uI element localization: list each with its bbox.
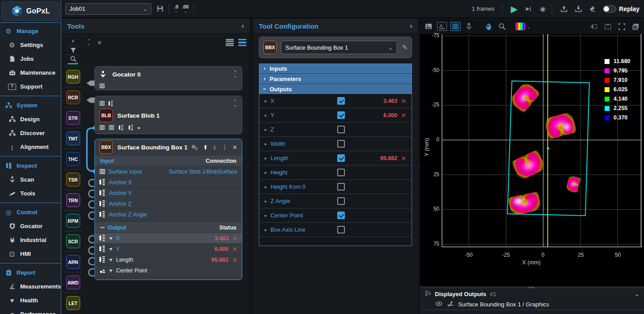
output-checkbox[interactable] (337, 212, 345, 219)
remove-output-icon[interactable]: ✕ (401, 98, 406, 105)
output-checkbox[interactable] (337, 226, 345, 233)
sidebar-item-tools[interactable]: Tools (0, 187, 61, 200)
move-down-icon[interactable]: ⬆ (212, 144, 217, 151)
sidebar-item-jobs[interactable]: Jobs (0, 52, 61, 66)
displayed-output-row[interactable]: Surface Bounding Box 1 / Graphics (420, 299, 644, 310)
expand-strip-button[interactable]: › (65, 36, 81, 45)
output-toggle-row-height-from-0[interactable]: ▸Height from 0 (259, 180, 412, 194)
record-button[interactable]: ◉ (537, 3, 549, 15)
remove-output-icon[interactable]: ✕ (401, 155, 406, 162)
sidebar-item-system[interactable]: System (0, 98, 61, 112)
input-connection-value[interactable]: Surface Blob 1/BlobSurface (168, 169, 237, 175)
tool-card-surface-blob[interactable]: ⌃⌄ BLB Surface Blob 1 ▸ (94, 96, 242, 134)
input-row-surface-input[interactable]: Surface Input Surface Blob 1/BlobSurface (95, 166, 242, 177)
accordion-parameters[interactable]: ›Parameters (259, 74, 412, 84)
output-toggle-row-center-point[interactable]: ▸Center Point (259, 208, 412, 223)
sidebar-item-gocator[interactable]: Gocator (0, 219, 61, 233)
fit-to-data-icon[interactable] (589, 22, 599, 31)
sidebar-item-support[interactable]: ?Support (0, 80, 61, 93)
increase-decimals-button[interactable]: .00→ (182, 4, 189, 13)
accordion-outputs[interactable]: ›Outputs (259, 84, 412, 94)
upload-button[interactable] (558, 3, 570, 15)
tool-badge-scr[interactable]: SCR (66, 234, 80, 248)
output-row-length[interactable]: ➤ Length 95.682✕ (95, 254, 242, 265)
input-row-anchor-y[interactable]: Anchor Y (95, 187, 242, 198)
visibility-eye-icon[interactable] (435, 300, 442, 309)
sidebar-item-discover[interactable]: Discover (0, 126, 61, 140)
output-checkbox[interactable] (337, 197, 345, 205)
output-checkbox[interactable] (337, 140, 345, 148)
tool-badge-trn[interactable]: TRN (66, 193, 80, 207)
sidebar-item-scan[interactable]: Scan (0, 173, 61, 187)
output-row-y[interactable]: ➤ Y 6.000✕ (95, 243, 242, 254)
list-view-detailed-button[interactable] (238, 39, 246, 46)
colormap-selector[interactable]: ⌄ (515, 22, 531, 31)
remove-output-icon[interactable]: ✕ (401, 112, 406, 119)
sidebar-item-control[interactable]: ◎Control (0, 205, 61, 219)
step-forward-button[interactable]: ▶| (523, 3, 534, 15)
sidebar-item-industrial[interactable]: Industrial (0, 233, 61, 247)
displayed-outputs-header[interactable]: Displayed Outputs #1 ⌄ (420, 289, 644, 299)
output-toggle-row-width[interactable]: ▸Width (259, 137, 412, 151)
input-row-anchor-z[interactable]: Anchor Z (95, 198, 242, 209)
search-tools-button[interactable] (65, 55, 81, 66)
collapse-panel-icon[interactable]: ‹ (410, 21, 412, 30)
surface-plot[interactable]: -75 -50 -25 0 25 50 75 Y (mm) -50 -25 0 … (420, 34, 644, 286)
fit-to-width-icon[interactable] (603, 22, 613, 31)
output-toggle-row-box-axis-line[interactable]: ▸Box Axis Line (259, 223, 412, 237)
output-toggle-row-height[interactable]: ▸Height (259, 165, 412, 180)
sidebar-item-report[interactable]: Report (0, 266, 61, 280)
sidebar-item-hmi[interactable]: ⊡HMI (0, 247, 61, 261)
kebab-menu-icon[interactable]: ⋮ (222, 144, 228, 151)
tool-badge-awd[interactable]: AWD (66, 276, 80, 289)
tool-selector-dropdown[interactable]: Surface Bounding Box 1 ⌄ (281, 41, 397, 54)
tool-badge-thc[interactable]: THC (66, 152, 80, 166)
download-button[interactable] (572, 3, 584, 15)
play-button[interactable]: ▶ (508, 3, 520, 15)
accordion-inputs[interactable]: ›Inputs (259, 64, 412, 73)
sidebar-item-health[interactable]: ♥Health (0, 293, 61, 307)
output-toggle-row-length[interactable]: ▸Length 95.682✕ (259, 151, 412, 165)
chevron-down-icon[interactable]: ⌄ (634, 290, 640, 297)
output-checkbox[interactable] (337, 169, 345, 176)
tool-badge-str[interactable]: STR (66, 111, 80, 125)
remove-output-icon[interactable]: ✕ (232, 246, 237, 253)
sidebar-item-settings[interactable]: ⚙Settings (0, 38, 61, 52)
sidebar-item-maintenance[interactable]: Maintenance (0, 66, 61, 80)
collapse-panel-icon[interactable]: ‹ (241, 21, 244, 30)
tool-card-gocator[interactable]: Gocator 0 ⌃⌄ (94, 66, 242, 90)
move-up-icon[interactable]: ⬆ (203, 144, 208, 151)
output-row-x[interactable]: ➤ X 3.463✕ (95, 233, 242, 243)
tool-badge-rcr[interactable]: RCR (66, 90, 80, 104)
image-view-icon[interactable] (424, 22, 434, 31)
output-toggle-row-z-angle[interactable]: ▸Z Angle (259, 194, 412, 208)
job-select[interactable]: Job01 ⌄ (65, 3, 151, 15)
output-checkbox[interactable] (337, 183, 345, 191)
sidebar-item-alignment[interactable]: ↨Alignment (0, 140, 61, 154)
zoom-tool-icon[interactable] (497, 22, 507, 31)
surface-view-icon[interactable] (451, 22, 460, 31)
card-expand-icon[interactable]: ⌃⌄ (233, 71, 237, 77)
input-row-anchor-x[interactable]: Anchor X (95, 177, 242, 187)
output-row-center-point[interactable]: ➤ Center Point (95, 265, 242, 276)
panel-splitter[interactable]: ⋮ (249, 19, 251, 314)
more-outputs-icon[interactable]: ▸ (138, 125, 141, 131)
output-checkbox[interactable] (337, 126, 345, 133)
sidebar-item-manage[interactable]: ⚙Manage (0, 24, 61, 38)
tool-badge-rpm[interactable]: RPM (66, 214, 80, 228)
pan-hand-icon[interactable] (484, 22, 494, 31)
fullscreen-icon[interactable] (617, 22, 627, 31)
output-checkbox[interactable] (337, 154, 345, 162)
remove-output-icon[interactable]: ✕ (232, 235, 237, 242)
layout-views-icon[interactable] (631, 22, 640, 31)
list-view-compact-button[interactable] (226, 39, 234, 46)
rename-tool-icon[interactable]: ✎ (402, 43, 408, 51)
tool-badge-arn[interactable]: ARN (66, 255, 80, 269)
tool-settings-icon[interactable] (191, 143, 198, 152)
tool-badge-rgh[interactable]: RGH (66, 70, 80, 84)
tool-badge-tmt[interactable]: TMT (66, 132, 80, 145)
profile-view-icon[interactable] (437, 22, 447, 31)
app-logo[interactable]: GoPxL (2, 2, 60, 21)
clear-replay-button[interactable] (587, 3, 598, 15)
decrease-decimals-button[interactable]: .0← (174, 4, 178, 13)
